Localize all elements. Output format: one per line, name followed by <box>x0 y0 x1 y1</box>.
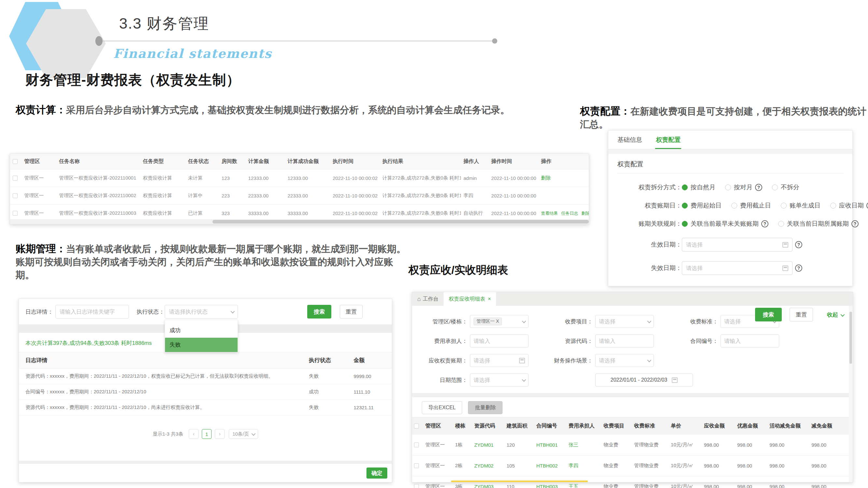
tab-label: 工作台 <box>423 296 438 302</box>
row-checkbox[interactable] <box>414 463 419 468</box>
exec-status-select[interactable]: 请选择执行状态 <box>165 305 238 319</box>
search-button[interactable]: 搜索 <box>755 308 782 321</box>
pagination-prev-button[interactable]: ‹ <box>189 429 198 439</box>
pagination: 显示1-3 共3条 ‹ 1 › 10条/页 <box>19 429 392 439</box>
placeholder-text: 请输入日志详情关键字 <box>60 308 115 316</box>
help-icon[interactable] <box>795 241 802 248</box>
calc-log-dialog: 日志详情： 请输入日志详情关键字 执行状态： 请选择执行状态 搜索 重置 成功 … <box>19 299 392 483</box>
reset-button[interactable]: 重置 <box>789 308 813 321</box>
status-dropdown-menu: 成功 失败 <box>165 320 238 352</box>
col-op-time: 操作时间 <box>489 154 538 169</box>
radio-receivable-date[interactable] <box>830 203 836 208</box>
tab-basic-info[interactable]: 基础信息 <box>617 136 643 148</box>
row-checkbox[interactable] <box>13 193 18 198</box>
date-range-picker[interactable]: 2022/01/01 - 2022/02/03 <box>595 373 693 387</box>
resource-code-input[interactable]: 请输入 <box>595 334 654 348</box>
resource-code-link[interactable]: ZYDM02 <box>472 455 504 476</box>
receivable-period-datepicker[interactable]: 请选择 <box>470 354 529 367</box>
col-success-amount: 计算成功金额 <box>285 154 330 169</box>
select-all-checkbox[interactable] <box>13 159 18 164</box>
radio-natural-month[interactable] <box>682 185 688 190</box>
contract-no-link[interactable]: HTBH001 <box>534 435 567 455</box>
option-label: 关联当前最早未关账账期 <box>691 220 758 228</box>
radio-fee-end-date[interactable] <box>731 203 737 208</box>
dropdown-option-fail[interactable]: 失败 <box>165 338 238 352</box>
tab-duty-config[interactable]: 权责配置 <box>655 136 681 149</box>
help-icon[interactable] <box>761 220 768 227</box>
horizontal-scrollbar[interactable] <box>10 219 589 224</box>
option-label: 费用起始日 <box>691 201 721 210</box>
help-icon[interactable] <box>866 202 868 209</box>
pagination-page-1[interactable]: 1 <box>202 429 212 439</box>
payer-link[interactable]: 李四 <box>567 455 601 476</box>
radio-no-split[interactable] <box>772 185 778 190</box>
radio-paired-month[interactable] <box>725 185 731 190</box>
placeholder-text: 请输入 <box>599 337 615 345</box>
row-checkbox[interactable] <box>414 443 419 447</box>
col-exec-result: 执行结果 <box>380 154 461 169</box>
area-select[interactable]: 管理区一 X <box>470 315 529 328</box>
task-table-row: 管理区一 管理区一权责应收计算-2022110002 权责应收计算 计算中 22… <box>10 187 589 205</box>
payer-input[interactable]: 请输入 <box>470 334 529 348</box>
reset-button[interactable]: 重置 <box>340 305 363 319</box>
receivable-detail-report: ⌂工作台 权责应收明细表× 管理区/楼栋： 管理区一 X 收费项目： 请选择 收… <box>412 292 853 483</box>
help-icon[interactable] <box>851 220 859 227</box>
help-icon[interactable] <box>795 264 802 272</box>
view-result-link[interactable]: 查看结果 <box>541 211 558 216</box>
selected-tag[interactable]: 管理区一 X <box>473 318 502 325</box>
tab-receivable-detail[interactable]: 权责应收明细表× <box>443 292 496 306</box>
page-size-select[interactable]: 10条/页 <box>229 429 258 439</box>
collapse-toggle[interactable]: 收起 <box>827 311 844 319</box>
expire-date-row: 失效日期： 请选择 <box>608 261 852 275</box>
effective-date-input[interactable]: 请选择 <box>682 238 793 252</box>
finance-scene-select[interactable]: 请选择 <box>595 354 654 367</box>
chevron-down-icon <box>252 431 256 435</box>
contract-no-link[interactable]: HTBH002 <box>534 455 567 476</box>
expire-date-input[interactable]: 请选择 <box>682 261 793 275</box>
option-label: 按自然月 <box>691 183 715 192</box>
scrollbar-thumb[interactable] <box>213 220 589 224</box>
delete-link[interactable]: 删除 <box>541 175 551 181</box>
row-checkbox[interactable] <box>13 211 18 216</box>
period-day-row: 权责账期日： 费用起始日 费用截止日 账单生成日 应收日期 <box>608 201 852 210</box>
col-fee-item: 收费项目 <box>601 417 632 435</box>
date-range-type-select[interactable]: 请选择 <box>470 373 529 387</box>
export-excel-button[interactable]: 导出EXCEL <box>422 401 462 414</box>
payer-link[interactable]: 张三 <box>567 435 601 455</box>
filter-payer: 费用承担人： 请输入 <box>418 334 529 348</box>
select-all-checkbox[interactable] <box>414 424 419 428</box>
table-toolbar: 导出EXCEL 批量删除 <box>412 397 853 417</box>
pagination-next-button[interactable]: › <box>215 429 224 439</box>
scrollbar-thumb[interactable] <box>849 312 852 364</box>
log-detail-input[interactable]: 请输入日志详情关键字 <box>55 305 129 319</box>
filter-receivable-period: 应收权责账期： 请选择 <box>418 354 529 367</box>
radio-fee-start-date[interactable] <box>682 203 688 208</box>
task-log-link[interactable]: 任务日志 <box>561 211 578 216</box>
col-fee-standard: 收费标准 <box>632 417 669 435</box>
row-checkbox[interactable] <box>13 176 18 181</box>
col-log-detail: 日志详情 <box>19 352 302 368</box>
delete-link[interactable]: 删除 <box>581 211 589 216</box>
col-activity-waiver: 活动减免金额 <box>768 417 809 435</box>
contract-no-input[interactable]: 请输入 <box>720 334 779 348</box>
row-checkbox[interactable] <box>414 484 419 488</box>
placeholder-text: 请输入 <box>473 337 490 345</box>
vertical-scrollbar[interactable] <box>849 306 853 482</box>
resource-code-link[interactable]: ZYDM01 <box>472 435 504 455</box>
radio-earliest-open-period[interactable] <box>682 221 688 227</box>
batch-delete-button[interactable]: 批量删除 <box>468 401 502 414</box>
radio-current-date-period[interactable] <box>778 221 784 227</box>
help-icon[interactable] <box>755 184 762 191</box>
search-button[interactable]: 搜索 <box>307 305 331 319</box>
fee-item-select[interactable]: 请选择 <box>595 315 654 328</box>
effective-date-label: 生效日期： <box>617 240 682 249</box>
paragraph-duty-calc-text: 采用后台异步自动计算方式完成，基础按权责发生制规则进行数据分析，系统的自动计算会… <box>66 105 510 115</box>
tab-workbench[interactable]: ⌂工作台 <box>412 292 443 306</box>
radio-bill-created-date[interactable] <box>781 203 787 208</box>
close-icon[interactable]: × <box>488 296 491 302</box>
dropdown-option-success[interactable]: 成功 <box>165 323 238 338</box>
col-amount: 金额 <box>347 352 392 368</box>
paragraph-billing-period-text: 当有账单或者收款后，按规则收款最新一期属于哪个账期，就生成到那一期账期。账期可按… <box>16 244 406 280</box>
confirm-button[interactable]: 确定 <box>367 467 387 479</box>
workspace-tabbar: ⌂工作台 权责应收明细表× <box>412 292 853 306</box>
